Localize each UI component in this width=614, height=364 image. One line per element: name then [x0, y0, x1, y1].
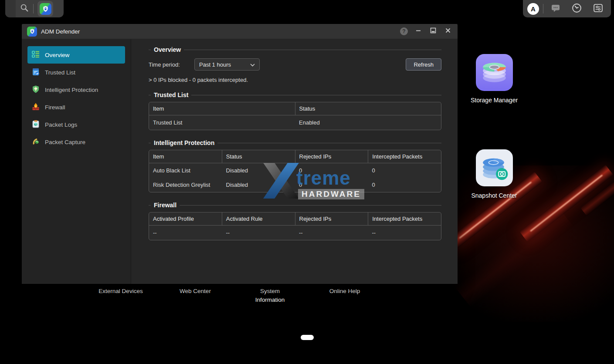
preferences-button[interactable]: [589, 0, 607, 17]
sidebar-item-trusted-list[interactable]: Trusted List: [27, 64, 125, 81]
maximize-button[interactable]: [429, 27, 438, 36]
activity-monitor-button[interactable]: [568, 0, 586, 17]
column-header: Activated Profile: [149, 212, 222, 225]
table-cell: 0: [295, 178, 368, 192]
section-firewall: Firewall Activated Profile Activated Rul…: [149, 202, 441, 246]
table-cell: 0: [368, 178, 441, 192]
help-button[interactable]: ?: [400, 27, 408, 35]
minimize-icon: [415, 27, 421, 35]
table-cell: Risk Detection Greylist: [149, 178, 222, 192]
section-overview: Overview Time period: Past 1 hours Refre…: [149, 46, 441, 88]
close-button[interactable]: [444, 27, 452, 36]
maximize-icon: [430, 27, 436, 35]
table-cell: Disabled: [222, 178, 295, 192]
column-header: Rejected IPs: [295, 150, 369, 163]
sidebar-item-intelligent-protection[interactable]: Intelligent Protection: [27, 81, 125, 98]
packet-logs-icon: [31, 120, 40, 130]
column-header: Intercepted Packets: [368, 212, 441, 225]
desktop-shortcut-external-devices[interactable]: External Devices: [86, 287, 156, 296]
chat-bubble-icon: [550, 3, 561, 15]
adm-defender-icon: [40, 3, 51, 15]
sidebar-item-label: Packet Capture: [45, 139, 85, 145]
table-cell: --: [368, 226, 441, 240]
overview-list-icon: [31, 50, 40, 60]
section-legend-trusted-list: Trusted List: [151, 91, 191, 98]
window-titlebar[interactable]: ADM Defender ?: [22, 24, 458, 39]
desktop-icon-label: Snapshot Center: [470, 192, 519, 199]
shield-bulb-icon: [31, 85, 40, 95]
table-cell: Trusted List: [149, 115, 295, 130]
sidebar-item-label: Overview: [45, 52, 69, 58]
table-row: -- -- -- --: [149, 226, 441, 240]
sidebar-item-firewall[interactable]: Firewall: [27, 98, 125, 116]
sidebar-item-label: Firewall: [45, 104, 65, 111]
intelligent-protection-table: Item Status Rejected IPs Intercepted Pac…: [149, 150, 441, 192]
time-period-select[interactable]: Past 1 hours: [194, 58, 260, 71]
section-legend-firewall: Firewall: [151, 202, 180, 209]
notifications-button[interactable]: [547, 0, 564, 17]
sidebar-item-label: Packet Logs: [45, 121, 77, 128]
adm-defender-window: ADM Defender ?: [22, 24, 458, 284]
table-row: Auto Black List Disabled 0 0: [149, 163, 441, 178]
clock-gauge-icon: [571, 3, 582, 15]
sidebar-item-label: Intelligent Protection: [45, 87, 98, 93]
table-cell: Disabled: [222, 163, 295, 178]
section-legend-overview: Overview: [151, 46, 184, 53]
column-header: Rejected IPs: [295, 212, 369, 225]
taskbar-app-adm-defender[interactable]: [37, 1, 53, 17]
section-legend-intelligent-protection: Intelligent Protection: [151, 139, 217, 146]
minimize-button[interactable]: [414, 27, 423, 36]
table-cell: 0: [295, 163, 368, 178]
section-trusted-list: Trusted List Item Status Trusted List En…: [149, 91, 441, 135]
chevron-down-icon: [250, 61, 255, 68]
taskbar-left: [5, 0, 64, 17]
sidebar: Overview Trusted List Intelligent Protec…: [22, 39, 131, 284]
content-panel: Overview Time period: Past 1 hours Refre…: [131, 39, 458, 284]
snapshot-center-icon: [476, 180, 513, 188]
table-header-row: Activated Profile Activated Rule Rejecte…: [149, 212, 441, 226]
sidebar-item-packet-logs[interactable]: Packet Logs: [27, 116, 125, 133]
desktop-icon-label: Storage Manager: [470, 97, 519, 104]
refresh-button[interactable]: Refresh: [406, 58, 441, 71]
time-period-value: Past 1 hours: [199, 61, 231, 68]
section-intelligent-protection: Intelligent Protection Item Status Rejec…: [149, 139, 441, 198]
user-avatar[interactable]: A: [527, 3, 539, 15]
adm-defender-icon: [27, 27, 37, 37]
sidebar-item-overview[interactable]: Overview: [27, 46, 125, 64]
table-cell: Enabled: [295, 115, 441, 130]
desktop-icon-snapshot-center[interactable]: Snapshot Center: [470, 149, 519, 199]
table-row: Risk Detection Greylist Disabled 0 0: [149, 178, 441, 192]
taskbar-handle-pill[interactable]: [301, 335, 314, 340]
table-header-row: Item Status Rejected IPs Intercepted Pac…: [149, 150, 441, 163]
table-cell: --: [295, 226, 368, 240]
firewall-table: Activated Profile Activated Rule Rejecte…: [149, 212, 441, 240]
close-icon: [445, 27, 451, 35]
search-icon: [20, 3, 29, 14]
desktop-shortcut-system-information[interactable]: System Information: [249, 287, 291, 304]
desktop: A: [0, 0, 614, 364]
column-header: Status: [222, 150, 295, 163]
column-header: Intercepted Packets: [368, 150, 441, 163]
table-cell: --: [222, 226, 295, 240]
column-header: Status: [295, 102, 441, 115]
taskbar-divider: [543, 4, 543, 13]
table-cell: --: [149, 226, 222, 240]
table-cell: 0: [368, 163, 441, 178]
desktop-shortcut-online-help[interactable]: Online Help: [319, 287, 371, 296]
sidebar-item-packet-capture[interactable]: Packet Capture: [27, 133, 125, 151]
firewall-flame-icon: [31, 102, 40, 112]
desktop-shortcut-web-center[interactable]: Web Center: [169, 287, 221, 296]
column-header: Activated Rule: [222, 212, 295, 225]
column-header: Item: [149, 102, 295, 115]
table-row: Trusted List Enabled: [149, 115, 441, 130]
sliders-icon: [593, 3, 604, 15]
trusted-list-icon: [31, 67, 40, 78]
storage-manager-icon: [476, 85, 513, 92]
taskbar-edge: [5, 0, 16, 17]
search-button[interactable]: [16, 0, 33, 17]
trusted-list-table: Item Status Trusted List Enabled: [149, 102, 441, 130]
desktop-icon-storage-manager[interactable]: Storage Manager: [470, 54, 519, 104]
packet-capture-icon: [31, 137, 40, 147]
window-title: ADM Defender: [41, 28, 80, 35]
time-period-label: Time period:: [149, 61, 194, 68]
